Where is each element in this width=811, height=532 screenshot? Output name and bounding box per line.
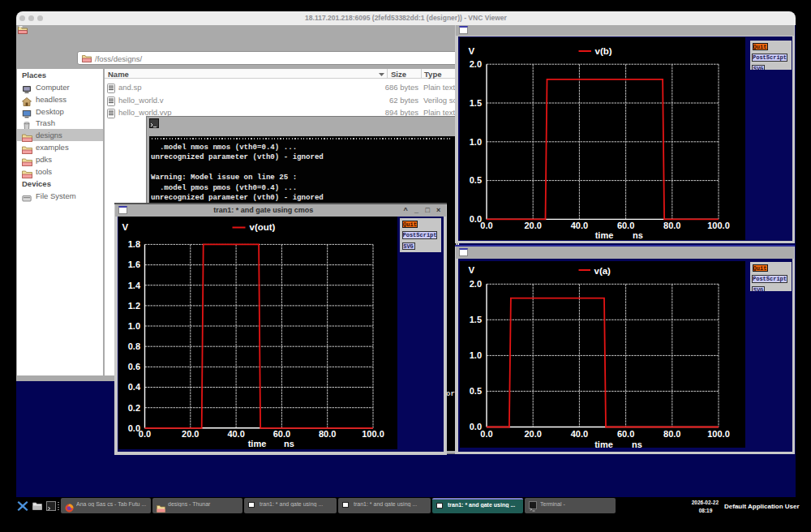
- svg-text:0.5: 0.5: [469, 175, 481, 185]
- svg-text:V: V: [468, 265, 474, 275]
- svg-text:v(b): v(b): [594, 46, 611, 56]
- svg-text:60.0: 60.0: [616, 221, 633, 230]
- svg-text:time: time: [594, 230, 613, 240]
- svg-text:1.0: 1.0: [469, 137, 481, 147]
- svg-text:V: V: [468, 46, 474, 56]
- svg-text:0.0: 0.0: [138, 429, 150, 439]
- svg-text:1.4: 1.4: [127, 281, 140, 290]
- svg-text:1.6: 1.6: [127, 260, 139, 269]
- svg-text:1.5: 1.5: [469, 315, 481, 324]
- svg-text:v(a): v(a): [594, 266, 611, 276]
- svg-text:0.2: 0.2: [127, 403, 139, 413]
- svg-text:v(out): v(out): [249, 222, 275, 232]
- svg-text:2.0: 2.0: [469, 279, 481, 289]
- svg-text:0.0: 0.0: [480, 221, 492, 230]
- svg-text:ns: ns: [633, 230, 643, 240]
- svg-text:0.5: 0.5: [469, 386, 481, 396]
- svg-text:1.8: 1.8: [127, 239, 139, 249]
- svg-text:1.2: 1.2: [127, 301, 139, 311]
- svg-text:80.0: 80.0: [663, 221, 680, 230]
- svg-text:0.8: 0.8: [127, 341, 139, 351]
- svg-text:100.0: 100.0: [707, 429, 730, 439]
- svg-text:2.0: 2.0: [469, 59, 481, 69]
- svg-text:60.0: 60.0: [616, 429, 633, 439]
- svg-text:80.0: 80.0: [318, 429, 335, 439]
- svg-text:ns: ns: [632, 440, 642, 448]
- svg-text:40.0: 40.0: [227, 429, 244, 439]
- svg-text:20.0: 20.0: [524, 221, 541, 230]
- svg-text:100.0: 100.0: [362, 429, 384, 439]
- svg-text:0.6: 0.6: [127, 362, 139, 371]
- svg-text:time: time: [247, 439, 266, 448]
- svg-text:1.0: 1.0: [469, 350, 481, 360]
- svg-text:40.0: 40.0: [570, 221, 587, 230]
- svg-text:20.0: 20.0: [524, 429, 541, 439]
- svg-text:100.0: 100.0: [707, 221, 730, 230]
- svg-text:ns: ns: [284, 439, 294, 448]
- svg-text:60.0: 60.0: [272, 429, 290, 439]
- svg-text:80.0: 80.0: [663, 429, 680, 439]
- svg-text:time: time: [594, 440, 613, 448]
- svg-text:V: V: [122, 222, 128, 232]
- svg-text:40.0: 40.0: [570, 429, 587, 439]
- svg-text:20.0: 20.0: [182, 429, 199, 439]
- svg-text:1.5: 1.5: [469, 98, 481, 108]
- svg-text:0.4: 0.4: [127, 382, 140, 392]
- svg-text:1.0: 1.0: [127, 321, 139, 331]
- svg-text:0.0: 0.0: [480, 429, 492, 439]
